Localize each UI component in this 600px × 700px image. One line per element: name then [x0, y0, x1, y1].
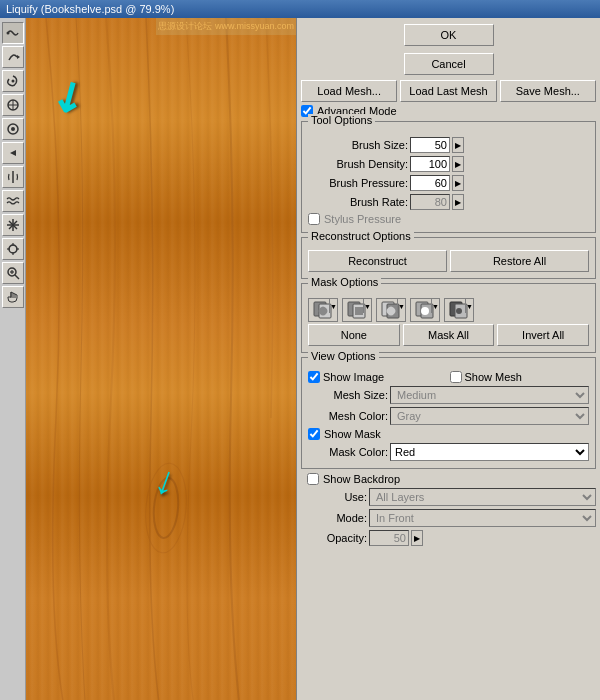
title-text: Liquify (Bookshelve.psd @ 79.9%) [6, 3, 174, 15]
pucker-icon [6, 98, 20, 112]
restore-all-button[interactable]: Restore All [450, 250, 589, 272]
mesh-size-select[interactable]: Medium Small Large [390, 386, 589, 404]
reconstruct-button[interactable]: Reconstruct [308, 250, 447, 272]
brush-size-spin[interactable]: ▶ [452, 137, 464, 153]
load-last-mesh-button[interactable]: Load Last Mesh [400, 80, 496, 102]
load-mesh-button[interactable]: Load Mesh... [301, 80, 397, 102]
show-image-label: Show Image [323, 371, 384, 383]
twirl-icon [6, 74, 20, 88]
mask-all-button[interactable]: Mask All [403, 324, 495, 346]
mesh-color-label: Mesh Color: [308, 410, 388, 422]
hand-tool[interactable] [2, 286, 24, 308]
warp-tool[interactable] [2, 22, 24, 44]
brush-density-spin[interactable]: ▶ [452, 156, 464, 172]
mesh-color-select[interactable]: Gray Red Blue [390, 407, 589, 425]
turbulence-icon [6, 194, 20, 208]
backdrop-opacity-input [369, 530, 409, 546]
brush-pressure-label: Brush Pressure: [308, 177, 408, 189]
show-image-row: Show Image Show Mesh [308, 371, 589, 383]
backdrop-opacity-row: Opacity: ▶ [307, 530, 596, 546]
brush-pressure-spin[interactable]: ▶ [452, 175, 464, 191]
mirror-icon [6, 170, 20, 184]
show-backdrop-checkbox[interactable] [307, 473, 319, 485]
mesh-buttons: Load Mesh... Load Last Mesh Save Mesh... [301, 80, 596, 102]
brush-rate-row: Brush Rate: ▶ [308, 194, 589, 210]
mask-4-dropdown[interactable]: ▼ [431, 299, 439, 313]
mask-icon-2[interactable]: ▼ [342, 298, 372, 322]
canvas-area[interactable]: ↙ ↓ 思源设计论坛 www.missyuan.com [26, 18, 296, 700]
brush-density-label: Brush Density: [308, 158, 408, 170]
show-mask-checkbox[interactable] [308, 428, 320, 440]
mirror-tool[interactable] [2, 166, 24, 188]
brush-rate-input [410, 194, 450, 210]
brush-density-row: Brush Density: 100 ▶ [308, 156, 589, 172]
backdrop-mode-select[interactable]: In Front [369, 509, 596, 527]
mask-icon-3[interactable]: ▼ [376, 298, 406, 322]
backdrop-use-label: Use: [307, 491, 367, 503]
brush-density-input[interactable]: 100 [410, 156, 450, 172]
brush-size-label: Brush Size: [308, 139, 408, 151]
mask-3-dropdown[interactable]: ▼ [397, 299, 405, 313]
svg-point-7 [11, 127, 15, 131]
backdrop-mode-label: Mode: [307, 512, 367, 524]
tool-options-label: Tool Options [308, 114, 375, 126]
reconstruct-section: Reconstruct Options Reconstruct Restore … [301, 237, 596, 279]
svg-point-0 [6, 32, 9, 35]
pucker-tool[interactable] [2, 94, 24, 116]
svg-point-35 [456, 308, 462, 314]
svg-point-13 [9, 245, 17, 253]
svg-line-19 [15, 275, 19, 279]
reconstruct-tool[interactable] [2, 46, 24, 68]
view-options-label: View Options [308, 350, 379, 362]
stylus-pressure-checkbox[interactable] [308, 213, 320, 225]
ok-cancel-area: OK [301, 22, 596, 48]
backdrop-options: Use: All Layers Mode: In Front Opacity: … [307, 488, 596, 546]
zoom-icon [6, 266, 20, 280]
none-button[interactable]: None [308, 324, 400, 346]
invert-all-button[interactable]: Invert All [497, 324, 589, 346]
view-options-section: View Options Show Image Show Mesh Mesh S… [301, 357, 596, 469]
mask-color-select[interactable]: Red Green Blue [390, 443, 589, 461]
zoom-tool[interactable] [2, 262, 24, 284]
ok-button[interactable]: OK [404, 24, 494, 46]
freeze-mask-tool[interactable] [2, 214, 24, 236]
reconstruct-icon [6, 50, 20, 64]
brush-pressure-input[interactable]: 60 [410, 175, 450, 191]
mask-options-label: Mask Options [308, 276, 381, 288]
tool-options-section: Tool Options Brush Size: 50 ▶ Brush Dens… [301, 121, 596, 233]
brush-pressure-row: Brush Pressure: 60 ▶ [308, 175, 589, 191]
show-mask-row: Show Mask [308, 428, 589, 440]
mask-icon-4[interactable]: ▼ [410, 298, 440, 322]
svg-marker-1 [17, 55, 20, 59]
brush-size-input[interactable]: 50 [410, 137, 450, 153]
panel: OK Cancel Load Mesh... Load Last Mesh Sa… [296, 18, 600, 700]
mask-1-dropdown[interactable]: ▼ [329, 299, 337, 313]
mask-icon-1[interactable]: ▼ [308, 298, 338, 322]
save-mesh-button[interactable]: Save Mesh... [500, 80, 596, 102]
show-mesh-checkbox[interactable] [450, 371, 462, 383]
mask-action-buttons: None Mask All Invert All [308, 324, 589, 346]
brush-rate-spin[interactable]: ▶ [452, 194, 464, 210]
stylus-pressure-row: Stylus Pressure [308, 213, 589, 225]
push-left-tool[interactable] [2, 142, 24, 164]
mask-2-dropdown[interactable]: ▼ [363, 299, 371, 313]
backdrop-use-select[interactable]: All Layers [369, 488, 596, 506]
reconstruct-label: Reconstruct Options [308, 230, 414, 242]
brush-rate-label: Brush Rate: [308, 196, 408, 208]
cancel-button[interactable]: Cancel [404, 53, 494, 75]
mask-color-label: Mask Color: [308, 446, 388, 458]
thaw-mask-tool[interactable] [2, 238, 24, 260]
hand-icon [6, 290, 20, 304]
backdrop-opacity-spin[interactable]: ▶ [411, 530, 423, 546]
mask-color-row: Mask Color: Red Green Blue [308, 443, 589, 461]
bloat-tool[interactable] [2, 118, 24, 140]
freeze-icon [6, 218, 20, 232]
twirl-tool[interactable] [2, 70, 24, 92]
show-image-checkbox[interactable] [308, 371, 320, 383]
svg-point-32 [421, 307, 429, 315]
title-bar: Liquify (Bookshelve.psd @ 79.9%) [0, 0, 600, 18]
mask-icon-5[interactable]: ▼ [444, 298, 474, 322]
mask-5-dropdown[interactable]: ▼ [465, 299, 473, 313]
push-left-icon [6, 146, 20, 160]
turbulence-tool[interactable] [2, 190, 24, 212]
